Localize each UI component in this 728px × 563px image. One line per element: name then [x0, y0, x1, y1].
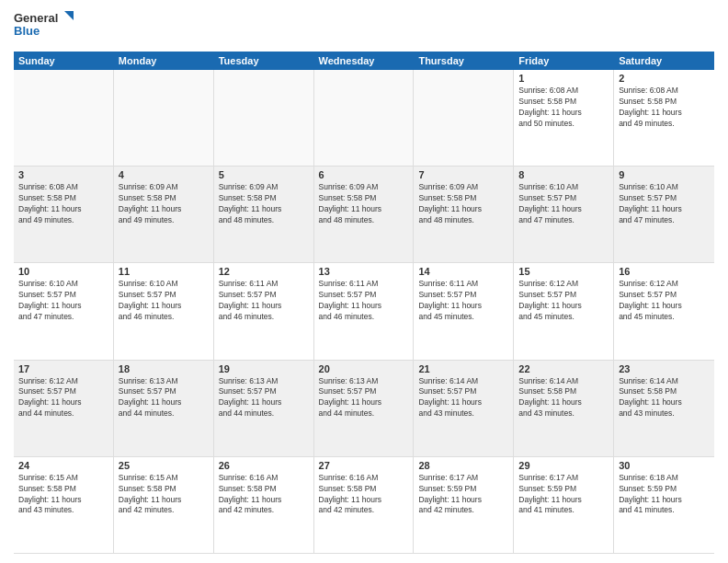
- day-number: 22: [518, 363, 609, 374]
- day-info: Sunrise: 6:08 AM Sunset: 5:58 PM Dayligh…: [619, 86, 710, 130]
- day-info: Sunrise: 6:09 AM Sunset: 5:58 PM Dayligh…: [418, 182, 508, 226]
- day-info: Sunrise: 6:12 AM Sunset: 5:57 PM Dayligh…: [518, 279, 609, 323]
- weekday-header: Wednesday: [314, 52, 415, 70]
- day-number: 14: [418, 266, 508, 277]
- day-number: 24: [18, 460, 108, 471]
- svg-text:Blue: Blue: [14, 24, 40, 38]
- calendar-cell: 23Sunrise: 6:14 AM Sunset: 5:58 PM Dayli…: [614, 361, 714, 456]
- calendar-row: 17Sunrise: 6:12 AM Sunset: 5:57 PM Dayli…: [14, 361, 714, 457]
- day-number: 15: [518, 266, 609, 277]
- calendar-cell: 19Sunrise: 6:13 AM Sunset: 5:57 PM Dayli…: [214, 361, 314, 456]
- day-number: 30: [619, 460, 710, 471]
- calendar-cell: 24Sunrise: 6:15 AM Sunset: 5:58 PM Dayli…: [14, 457, 114, 553]
- calendar-row: 24Sunrise: 6:15 AM Sunset: 5:58 PM Dayli…: [14, 457, 714, 554]
- day-number: 23: [619, 363, 710, 374]
- day-number: 16: [619, 266, 710, 277]
- day-info: Sunrise: 6:13 AM Sunset: 5:57 PM Dayligh…: [119, 376, 209, 420]
- day-number: 25: [119, 460, 209, 471]
- calendar-cell: 21Sunrise: 6:14 AM Sunset: 5:57 PM Dayli…: [414, 361, 514, 456]
- calendar-cell: 26Sunrise: 6:16 AM Sunset: 5:58 PM Dayli…: [214, 457, 314, 553]
- day-info: Sunrise: 6:11 AM Sunset: 5:57 PM Dayligh…: [418, 279, 508, 323]
- day-info: Sunrise: 6:10 AM Sunset: 5:57 PM Dayligh…: [18, 279, 108, 323]
- day-number: 10: [18, 266, 108, 277]
- calendar-cell: 4Sunrise: 6:09 AM Sunset: 5:58 PM Daylig…: [114, 167, 214, 262]
- svg-marker-1: [64, 11, 74, 20]
- calendar-cell: 1Sunrise: 6:08 AM Sunset: 5:58 PM Daylig…: [514, 70, 614, 166]
- day-info: Sunrise: 6:15 AM Sunset: 5:58 PM Dayligh…: [18, 473, 108, 517]
- day-info: Sunrise: 6:18 AM Sunset: 5:59 PM Dayligh…: [619, 473, 710, 517]
- day-number: 4: [119, 169, 209, 180]
- day-info: Sunrise: 6:12 AM Sunset: 5:57 PM Dayligh…: [619, 279, 710, 323]
- day-number: 19: [219, 363, 309, 374]
- day-info: Sunrise: 6:10 AM Sunset: 5:57 PM Dayligh…: [619, 182, 710, 226]
- day-number: 26: [219, 460, 309, 471]
- calendar-cell: 28Sunrise: 6:17 AM Sunset: 5:59 PM Dayli…: [414, 457, 514, 553]
- day-number: 21: [418, 363, 508, 374]
- calendar-cell: 16Sunrise: 6:12 AM Sunset: 5:57 PM Dayli…: [614, 263, 714, 359]
- day-number: 9: [619, 169, 710, 180]
- calendar-cell: 29Sunrise: 6:17 AM Sunset: 5:59 PM Dayli…: [514, 457, 614, 553]
- calendar-cell: 12Sunrise: 6:11 AM Sunset: 5:57 PM Dayli…: [214, 263, 314, 359]
- calendar-cell: 7Sunrise: 6:09 AM Sunset: 5:58 PM Daylig…: [414, 167, 514, 262]
- weekday-header: Thursday: [414, 52, 514, 70]
- day-info: Sunrise: 6:16 AM Sunset: 5:58 PM Dayligh…: [219, 473, 309, 517]
- day-info: Sunrise: 6:11 AM Sunset: 5:57 PM Dayligh…: [319, 279, 409, 323]
- calendar-cell: 17Sunrise: 6:12 AM Sunset: 5:57 PM Dayli…: [14, 361, 114, 456]
- day-info: Sunrise: 6:09 AM Sunset: 5:58 PM Dayligh…: [219, 182, 309, 226]
- calendar-cell: 6Sunrise: 6:09 AM Sunset: 5:58 PM Daylig…: [314, 167, 415, 262]
- day-number: 3: [18, 169, 108, 180]
- svg-text:General: General: [14, 11, 58, 25]
- weekday-header: Tuesday: [214, 52, 314, 70]
- day-info: Sunrise: 6:13 AM Sunset: 5:57 PM Dayligh…: [219, 376, 309, 420]
- day-info: Sunrise: 6:08 AM Sunset: 5:58 PM Dayligh…: [518, 86, 609, 130]
- calendar-cell: 18Sunrise: 6:13 AM Sunset: 5:57 PM Dayli…: [114, 361, 214, 456]
- page: General Blue SundayMondayTuesdayWednesda…: [0, 0, 728, 563]
- day-info: Sunrise: 6:17 AM Sunset: 5:59 PM Dayligh…: [418, 473, 508, 517]
- calendar-cell: 2Sunrise: 6:08 AM Sunset: 5:58 PM Daylig…: [614, 70, 714, 166]
- day-number: 13: [319, 266, 409, 277]
- day-number: 20: [319, 363, 409, 374]
- day-number: 27: [319, 460, 409, 471]
- calendar-cell: 25Sunrise: 6:15 AM Sunset: 5:58 PM Dayli…: [114, 457, 214, 553]
- weekday-header: Monday: [114, 52, 214, 70]
- day-info: Sunrise: 6:11 AM Sunset: 5:57 PM Dayligh…: [219, 279, 309, 323]
- calendar-row: 1Sunrise: 6:08 AM Sunset: 5:58 PM Daylig…: [14, 70, 714, 167]
- weekday-header: Sunday: [14, 52, 114, 70]
- calendar-cell: 3Sunrise: 6:08 AM Sunset: 5:58 PM Daylig…: [14, 167, 114, 262]
- day-info: Sunrise: 6:09 AM Sunset: 5:58 PM Dayligh…: [119, 182, 209, 226]
- calendar-cell: 13Sunrise: 6:11 AM Sunset: 5:57 PM Dayli…: [314, 263, 415, 359]
- day-info: Sunrise: 6:12 AM Sunset: 5:57 PM Dayligh…: [18, 376, 108, 420]
- day-number: 18: [119, 363, 209, 374]
- calendar-cell: 5Sunrise: 6:09 AM Sunset: 5:58 PM Daylig…: [214, 167, 314, 262]
- logo-svg: General Blue: [14, 9, 78, 44]
- calendar-cell: [414, 70, 514, 166]
- day-number: 2: [619, 73, 710, 84]
- weekday-header: Friday: [514, 52, 614, 70]
- day-info: Sunrise: 6:16 AM Sunset: 5:58 PM Dayligh…: [319, 473, 409, 517]
- day-info: Sunrise: 6:08 AM Sunset: 5:58 PM Dayligh…: [18, 182, 108, 226]
- weekday-header: Saturday: [614, 52, 714, 70]
- calendar-cell: 10Sunrise: 6:10 AM Sunset: 5:57 PM Dayli…: [14, 263, 114, 359]
- calendar-cell: 15Sunrise: 6:12 AM Sunset: 5:57 PM Dayli…: [514, 263, 614, 359]
- day-number: 11: [119, 266, 209, 277]
- day-number: 5: [219, 169, 309, 180]
- calendar-cell: [314, 70, 415, 166]
- header: General Blue: [14, 9, 714, 44]
- calendar-row: 10Sunrise: 6:10 AM Sunset: 5:57 PM Dayli…: [14, 263, 714, 360]
- calendar-cell: 14Sunrise: 6:11 AM Sunset: 5:57 PM Dayli…: [414, 263, 514, 359]
- day-number: 7: [418, 169, 508, 180]
- day-info: Sunrise: 6:13 AM Sunset: 5:57 PM Dayligh…: [319, 376, 409, 420]
- calendar: SundayMondayTuesdayWednesdayThursdayFrid…: [14, 52, 714, 554]
- day-info: Sunrise: 6:15 AM Sunset: 5:58 PM Dayligh…: [119, 473, 209, 517]
- day-info: Sunrise: 6:14 AM Sunset: 5:58 PM Dayligh…: [518, 376, 609, 420]
- calendar-cell: [114, 70, 214, 166]
- calendar-cell: 11Sunrise: 6:10 AM Sunset: 5:57 PM Dayli…: [114, 263, 214, 359]
- calendar-cell: 30Sunrise: 6:18 AM Sunset: 5:59 PM Dayli…: [614, 457, 714, 553]
- calendar-cell: 9Sunrise: 6:10 AM Sunset: 5:57 PM Daylig…: [614, 167, 714, 262]
- calendar-cell: 27Sunrise: 6:16 AM Sunset: 5:58 PM Dayli…: [314, 457, 415, 553]
- day-info: Sunrise: 6:10 AM Sunset: 5:57 PM Dayligh…: [518, 182, 609, 226]
- day-info: Sunrise: 6:14 AM Sunset: 5:58 PM Dayligh…: [619, 376, 710, 420]
- calendar-cell: [214, 70, 314, 166]
- day-info: Sunrise: 6:14 AM Sunset: 5:57 PM Dayligh…: [418, 376, 508, 420]
- day-info: Sunrise: 6:17 AM Sunset: 5:59 PM Dayligh…: [518, 473, 609, 517]
